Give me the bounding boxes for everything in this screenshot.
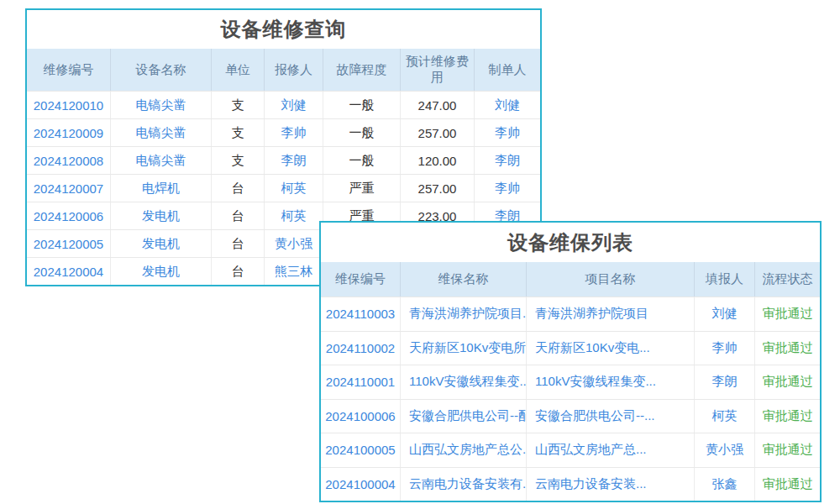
maintenance-id-link[interactable]: 2024100004 xyxy=(321,468,401,501)
table-row: 2024100004 云南电力设备安装有... 云南电力设备安装... 张鑫 审… xyxy=(321,467,820,501)
project-name-link[interactable]: 青海洪湖养护院项目 xyxy=(527,297,695,331)
fault-level-cell: 严重 xyxy=(323,175,401,202)
maintenance-name-link[interactable]: 110kV安徽线程集变... xyxy=(401,365,527,399)
repair-id-link[interactable]: 2024120005 xyxy=(27,230,111,257)
maintenance-panel-title: 设备维保列表 xyxy=(321,223,820,262)
repair-id-link[interactable]: 2024120010 xyxy=(27,92,111,118)
table-row: 2024100005 山西弘文房地产总公... 山西弘文房地产总... 黄小强 … xyxy=(321,433,820,467)
col-header-project-name: 项目名称 xyxy=(527,262,695,297)
maintenance-id-link[interactable]: 2024110003 xyxy=(321,297,401,331)
col-header-fault-level: 故障程度 xyxy=(323,49,401,91)
filler-link[interactable]: 李帅 xyxy=(695,332,755,365)
cost-cell: 247.00 xyxy=(401,92,475,118)
equipment-name-link[interactable]: 电镐尖凿 xyxy=(111,147,212,174)
table-row: 2024110001 110kV安徽线程集变... 110kV安徽线程集变...… xyxy=(321,365,820,399)
maintenance-name-link[interactable]: 青海洪湖养护院项目... xyxy=(401,297,527,331)
cost-cell: 257.00 xyxy=(401,119,475,146)
workflow-status-badge: 审批通过 xyxy=(755,297,820,331)
fault-level-cell: 一般 xyxy=(323,92,401,118)
workflow-status-badge: 审批通过 xyxy=(755,332,820,365)
filler-link[interactable]: 李朗 xyxy=(695,365,755,399)
maintenance-name-link[interactable]: 山西弘文房地产总公... xyxy=(401,433,527,467)
maintenance-list-panel: 设备维保列表 维保编号 维保名称 项目名称 填报人 流程状态 202411000… xyxy=(319,221,822,502)
unit-cell: 支 xyxy=(212,119,265,146)
filler-link[interactable]: 黄小强 xyxy=(695,433,755,467)
repair-id-link[interactable]: 2024120004 xyxy=(27,258,111,285)
maintenance-name-link[interactable]: 天府新区10Kv变电所... xyxy=(401,332,527,365)
workflow-status-badge: 审批通过 xyxy=(755,365,820,399)
reporter-link[interactable]: 李朗 xyxy=(265,147,323,174)
table-row: 2024120008 电镐尖凿 支 李朗 一般 120.00 李朗 xyxy=(27,146,540,174)
workflow-status-badge: 审批通过 xyxy=(755,433,820,467)
col-header-creator: 制单人 xyxy=(475,49,540,91)
maintenance-id-link[interactable]: 2024110001 xyxy=(321,365,401,399)
workflow-status-badge: 审批通过 xyxy=(755,400,820,433)
col-header-unit: 单位 xyxy=(212,49,265,91)
fault-level-cell: 一般 xyxy=(323,147,401,174)
repair-id-link[interactable]: 2024120009 xyxy=(27,119,111,146)
unit-cell: 台 xyxy=(212,258,265,285)
col-header-equipment-name: 设备名称 xyxy=(111,49,212,91)
maintenance-id-link[interactable]: 2024100005 xyxy=(321,433,401,467)
table-row: 2024110003 青海洪湖养护院项目... 青海洪湖养护院项目 刘健 审批通… xyxy=(321,297,820,331)
workflow-status-badge: 审批通过 xyxy=(755,468,820,501)
equipment-name-link[interactable]: 电焊机 xyxy=(111,175,212,202)
filler-link[interactable]: 张鑫 xyxy=(695,468,755,501)
equipment-name-link[interactable]: 发电机 xyxy=(111,230,212,257)
creator-link[interactable]: 李朗 xyxy=(475,147,540,174)
maintenance-name-link[interactable]: 云南电力设备安装有... xyxy=(401,468,527,501)
fault-level-cell: 一般 xyxy=(323,119,401,146)
col-header-reporter: 报修人 xyxy=(265,49,323,91)
filler-link[interactable]: 柯英 xyxy=(695,400,755,433)
col-header-maintenance-name: 维保名称 xyxy=(401,262,527,297)
repair-id-link[interactable]: 2024120008 xyxy=(27,147,111,174)
project-name-link[interactable]: 110kV安徽线程集变... xyxy=(527,365,695,399)
filler-link[interactable]: 刘健 xyxy=(695,297,755,331)
col-header-maintenance-id: 维保编号 xyxy=(321,262,401,297)
creator-link[interactable]: 李帅 xyxy=(475,119,540,146)
maintenance-id-link[interactable]: 2024110002 xyxy=(321,332,401,365)
repair-id-link[interactable]: 2024120006 xyxy=(27,202,111,229)
cost-cell: 257.00 xyxy=(401,175,475,202)
project-name-link[interactable]: 安徽合肥供电公司--... xyxy=(527,400,695,433)
unit-cell: 台 xyxy=(212,175,265,202)
maintenance-name-link[interactable]: 安徽合肥供电公司--配... xyxy=(401,400,527,433)
reporter-link[interactable]: 黄小强 xyxy=(265,230,323,257)
repair-panel-title: 设备维修查询 xyxy=(27,10,540,49)
creator-link[interactable]: 李帅 xyxy=(475,175,540,202)
table-row: 2024100006 安徽合肥供电公司--配... 安徽合肥供电公司--... … xyxy=(321,399,820,433)
unit-cell: 支 xyxy=(212,147,265,174)
table-row: 2024120010 电镐尖凿 支 刘健 一般 247.00 刘健 xyxy=(27,91,540,118)
maintenance-id-link[interactable]: 2024100006 xyxy=(321,400,401,433)
project-name-link[interactable]: 云南电力设备安装... xyxy=(527,468,695,501)
unit-cell: 支 xyxy=(212,92,265,118)
table-row: 2024110002 天府新区10Kv变电所... 天府新区10Kv变电... … xyxy=(321,331,820,365)
col-header-estimated-cost: 预计维修费用 xyxy=(401,49,475,91)
equipment-name-link[interactable]: 发电机 xyxy=(111,202,212,229)
project-name-link[interactable]: 天府新区10Kv变电... xyxy=(527,332,695,365)
reporter-link[interactable]: 刘健 xyxy=(265,92,323,118)
col-header-repair-id: 维修编号 xyxy=(27,49,111,91)
table-row: 2024120007 电焊机 台 柯英 严重 257.00 李帅 xyxy=(27,174,540,202)
repair-table-header: 维修编号 设备名称 单位 报修人 故障程度 预计维修费用 制单人 xyxy=(27,49,540,91)
table-row: 2024120009 电镐尖凿 支 李帅 一般 257.00 李帅 xyxy=(27,118,540,146)
unit-cell: 台 xyxy=(212,230,265,257)
col-header-workflow-status: 流程状态 xyxy=(755,262,820,297)
col-header-filler: 填报人 xyxy=(695,262,755,297)
reporter-link[interactable]: 柯英 xyxy=(265,175,323,202)
equipment-name-link[interactable]: 电镐尖凿 xyxy=(111,119,212,146)
reporter-link[interactable]: 李帅 xyxy=(265,119,323,146)
unit-cell: 台 xyxy=(212,202,265,229)
cost-cell: 120.00 xyxy=(401,147,475,174)
maintenance-table-header: 维保编号 维保名称 项目名称 填报人 流程状态 xyxy=(321,262,820,297)
equipment-name-link[interactable]: 发电机 xyxy=(111,258,212,285)
equipment-name-link[interactable]: 电镐尖凿 xyxy=(111,92,212,118)
creator-link[interactable]: 刘健 xyxy=(475,92,540,118)
reporter-link[interactable]: 柯英 xyxy=(265,202,323,229)
repair-id-link[interactable]: 2024120007 xyxy=(27,175,111,202)
project-name-link[interactable]: 山西弘文房地产总... xyxy=(527,433,695,467)
reporter-link[interactable]: 熊三林 xyxy=(265,258,323,285)
